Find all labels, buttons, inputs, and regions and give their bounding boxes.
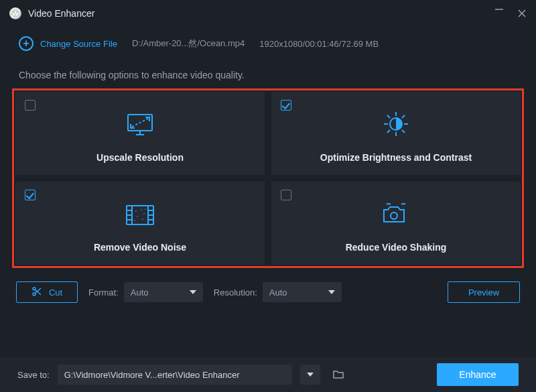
format-label: Format: xyxy=(88,287,119,298)
controls-row: Cut Format: Auto Resolution: Auto Previe… xyxy=(0,268,536,310)
svg-point-35 xyxy=(145,208,146,210)
svg-point-37 xyxy=(33,287,36,290)
svg-line-17 xyxy=(402,130,405,133)
resolution-label: Resolution: xyxy=(214,287,257,298)
option-reduce-shaking[interactable]: Reduce Video Shaking xyxy=(271,182,521,265)
svg-point-33 xyxy=(142,218,143,220)
option-label: Upscale Resolution xyxy=(96,152,184,163)
preview-button[interactable]: Preview xyxy=(448,281,520,303)
resolution-value: Auto xyxy=(269,287,287,298)
checkbox-shaking[interactable] xyxy=(281,190,291,200)
minimize-button[interactable] xyxy=(494,5,504,18)
svg-point-31 xyxy=(143,213,145,214)
svg-point-2 xyxy=(16,11,17,13)
film-noise-icon xyxy=(123,202,157,231)
svg-point-29 xyxy=(135,210,137,212)
folder-icon xyxy=(332,369,344,380)
save-to-label: Save to: xyxy=(17,370,50,380)
camera-shake-icon xyxy=(379,200,413,231)
format-select[interactable]: Auto xyxy=(124,282,203,302)
option-label: Reduce Video Shaking xyxy=(346,242,447,253)
checkbox-noise[interactable] xyxy=(25,190,36,200)
option-label: Remove Video Noise xyxy=(94,242,186,253)
source-header: + Change Source File D:/Amber-20...然/Oce… xyxy=(0,27,536,59)
resolution-select[interactable]: Auto xyxy=(263,282,342,302)
cut-label: Cut xyxy=(49,287,62,298)
svg-line-19 xyxy=(387,130,390,133)
svg-point-1 xyxy=(13,11,15,13)
options-grid: Upscale Resolution xyxy=(15,92,521,265)
format-value: Auto xyxy=(131,287,149,298)
save-path-field[interactable]: G:\Vidmore\Vidmore V...erter\Video Enhan… xyxy=(58,365,292,385)
plus-icon: + xyxy=(19,36,34,51)
checkbox-brightness[interactable] xyxy=(281,100,291,111)
enhance-label: Enhance xyxy=(459,369,496,380)
option-remove-noise[interactable]: Remove Video Noise xyxy=(15,182,265,265)
option-optimize-brightness[interactable]: Optimize Brightness and Contrast xyxy=(271,92,521,175)
svg-point-30 xyxy=(141,209,142,210)
checkbox-upscale[interactable] xyxy=(25,100,36,111)
svg-point-38 xyxy=(33,293,36,296)
cut-button[interactable]: Cut xyxy=(16,281,78,303)
svg-point-0 xyxy=(12,10,19,17)
enhance-button[interactable]: Enhance xyxy=(437,363,519,386)
option-upscale-resolution[interactable]: Upscale Resolution xyxy=(15,92,265,175)
svg-line-18 xyxy=(402,115,405,118)
svg-line-10 xyxy=(132,119,148,127)
save-bar: Save to: G:\Vidmore\Vidmore V...erter\Vi… xyxy=(0,357,536,392)
monitor-upscale-icon xyxy=(124,112,156,141)
svg-point-32 xyxy=(137,216,138,217)
svg-line-16 xyxy=(387,115,390,118)
instruction-text: Choose the following options to enhance … xyxy=(0,59,536,88)
app-logo-icon xyxy=(9,7,21,19)
app-window: Video Enhancer + Change Source File D:/A… xyxy=(0,0,536,392)
browse-folder-button[interactable] xyxy=(328,365,348,385)
scissors-icon xyxy=(31,286,42,299)
close-button[interactable] xyxy=(517,9,527,18)
svg-point-3 xyxy=(15,14,16,15)
save-path-dropdown[interactable] xyxy=(300,365,320,385)
titlebar: Video Enhancer xyxy=(0,0,536,27)
brightness-contrast-icon xyxy=(380,109,412,141)
source-file-path: D:/Amber-20...然/Ocean.mp4 xyxy=(132,38,245,50)
change-source-button[interactable]: + Change Source File xyxy=(19,36,117,51)
preview-label: Preview xyxy=(468,287,499,298)
chevron-down-icon xyxy=(190,290,196,294)
option-label: Optimize Brightness and Contrast xyxy=(320,152,472,163)
source-file-meta: 1920x1080/00:01:46/72.69 MB xyxy=(259,39,379,49)
chevron-down-icon xyxy=(328,290,335,294)
options-highlight-box: Upscale Resolution xyxy=(12,88,524,268)
svg-point-34 xyxy=(134,220,135,221)
window-title: Video Enhancer xyxy=(28,8,94,19)
svg-point-36 xyxy=(391,212,397,219)
chevron-down-icon xyxy=(307,373,314,377)
save-path-value: G:\Vidmore\Vidmore V...erter\Video Enhan… xyxy=(64,370,240,380)
change-source-label: Change Source File xyxy=(40,39,117,49)
